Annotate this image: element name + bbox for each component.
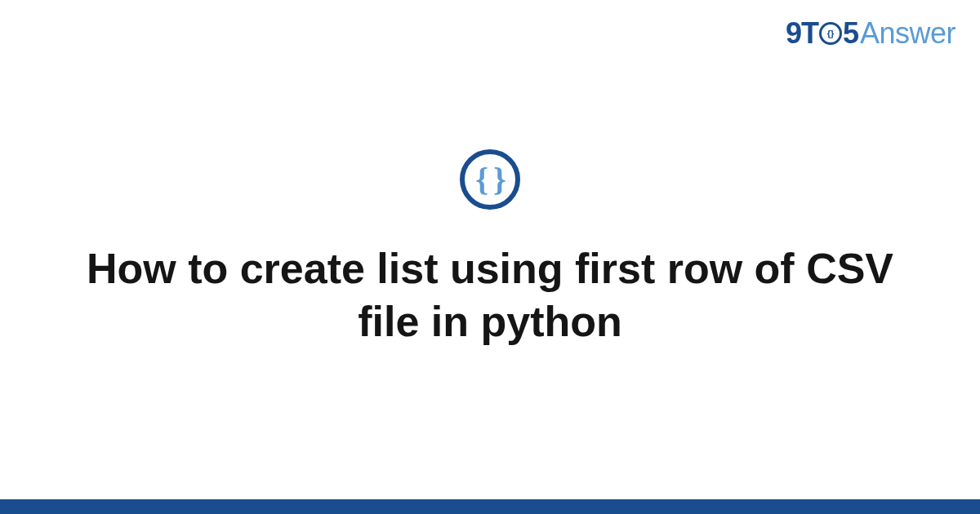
bottom-accent-bar [0,499,980,514]
braces-icon: { } [475,163,505,196]
page-title: How to create list using first row of CS… [65,242,915,348]
main-content: { } How to create list using first row o… [0,0,980,514]
code-icon: { } [460,149,520,210]
topic-icon-wrapper: { } [460,149,520,210]
